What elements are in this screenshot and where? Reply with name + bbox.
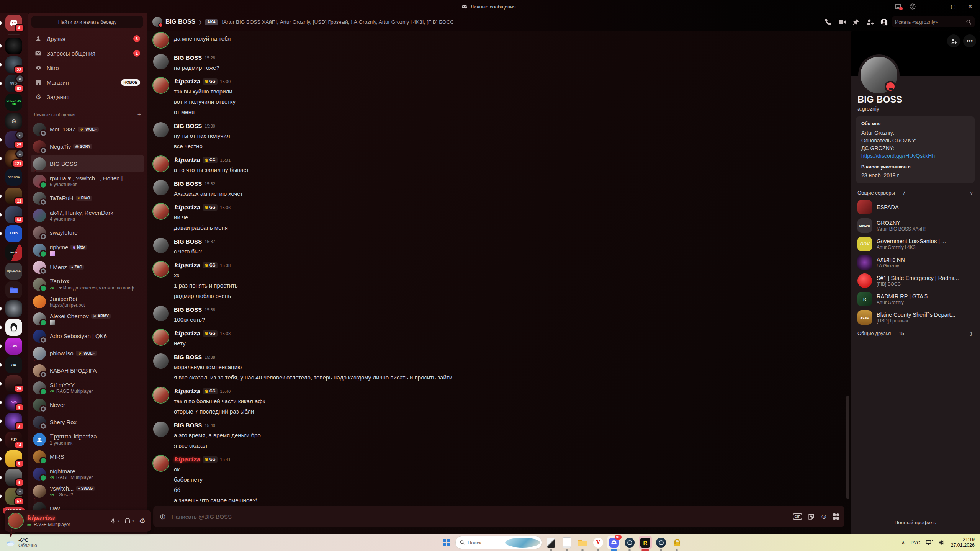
message-author[interactable]: BIG BOSS [174,180,202,188]
mic-chevron-icon[interactable]: ∨ [117,519,120,523]
profile-toggle-icon[interactable] [880,18,888,26]
taskbar-clock[interactable]: 21:19 27.01.2026 [951,537,975,548]
rail-item-casino-server[interactable]: 221 [0,150,28,167]
message-input-bar[interactable]: ⊕ Написать @BIG BOSS GIF ☺ [153,506,844,527]
dm-item[interactable]: BIG BOSS [31,155,144,172]
discord-titlebar[interactable]: Личные сообщения – ▢ ✕ [0,0,980,13]
mutual-server-item[interactable]: GOVGovernment Los-Santos | ...Artur Groz… [854,235,976,253]
mutual-server-item[interactable]: S#1 | State Emergency | Radmi...[FIB] БО… [854,271,976,290]
discord-invite-link[interactable]: https://discord.gg/rHUvQskkHh [861,153,935,159]
help-icon[interactable] [906,1,919,12]
taskbar-app-explorer[interactable] [576,536,589,549]
rail-item-lspd-server[interactable]: LSPD [0,225,28,242]
mutual-server-item[interactable]: Альянс NN! A.Grozniy [854,253,976,271]
mutual-server-item[interactable]: RRADMIR RP | GTA 5Artur Grozniy [854,290,976,308]
message-author[interactable]: kipariza [174,156,200,164]
headphones-button[interactable]: ∨ [123,516,136,526]
inbox-icon[interactable] [892,1,905,12]
search-highlight-image[interactable] [505,538,540,548]
dm-item[interactable]: Alexei Chernov⚔ARMY [31,310,144,327]
user-avatar[interactable] [8,513,23,528]
dm-item[interactable]: Mot_1337⚡WOLF [31,121,144,138]
pin-icon[interactable] [852,18,860,26]
message-avatar[interactable] [153,204,169,219]
voice-call-icon[interactable] [825,18,832,26]
dm-item[interactable]: TaTaRuH♥PIVO [31,190,144,207]
message-avatar[interactable] [153,422,169,437]
video-call-icon[interactable] [838,18,846,26]
attach-plus-icon[interactable]: ⊕ [159,512,167,521]
dm-item[interactable]: Adro Sebostyan | QK6 [31,327,144,345]
message-avatar[interactable] [153,306,169,321]
chat-title[interactable]: BIG BOSS ❯ AKA [152,17,218,27]
message-avatar[interactable] [153,78,169,93]
mutual-server-item[interactable]: BCSDBlaine County Sheriff's Depart...[US… [854,308,976,327]
message-avatar[interactable] [153,156,169,172]
apps-launcher-icon[interactable] [833,513,839,520]
rail-item-rgbae-server[interactable]: R[G,B,A,E [0,263,28,280]
message-author[interactable]: BIG BOSS [174,54,202,62]
message-avatar[interactable] [153,33,169,48]
taskbar-app-notepad[interactable] [560,536,573,549]
dm-item[interactable]: Shery Rox [31,414,144,431]
create-dm-icon[interactable]: + [137,111,141,118]
dm-item[interactable]: ?switch...♦SWAG· Sosal? [31,482,144,500]
settings-gear-icon[interactable]: ⚙ [137,515,147,527]
add-friend-button[interactable] [947,34,960,47]
rail-item-eagle-server[interactable] [0,300,28,317]
taskbar-app-steam-1[interactable] [623,536,636,549]
taskbar-app-discord[interactable]: 9+ [607,536,620,549]
rail-item-ems-server[interactable]: EMS [0,338,28,355]
rail-item-fib-server[interactable]: FIB [0,356,28,373]
dm-item[interactable]: phlow.iso⚡WOLF [31,345,144,362]
dm-item[interactable]: nightmareRAGE Multiplayer [31,465,144,482]
dm-item[interactable]: ak47, Hunky, RevenDark4 участника [31,207,144,224]
close-button[interactable]: ✕ [962,1,978,12]
rail-item-castle-server[interactable]: 11 [0,188,28,204]
chat-search-input[interactable]: Искать «a.grozniy» [892,16,975,27]
full-profile-button[interactable]: Полный профиль [856,516,975,529]
sidebar-item-shop[interactable]: МагазинНОВОЕ [31,75,144,90]
message-author[interactable]: BIG BOSS [174,238,202,245]
rail-item-server-folder[interactable] [0,281,28,298]
sidebar-item-message-requests[interactable]: Запросы общения1 [31,46,144,60]
rail-item-penguin-server[interactable] [0,319,28,336]
mutual-server-item[interactable]: ESPADA [854,198,976,216]
dm-item[interactable]: Never [31,396,144,414]
taskbar-app-lock[interactable] [670,536,683,549]
dm-item[interactable]: гриша ♥ , ?switch..., Holten | ...6 учас… [31,172,144,190]
gif-picker-icon[interactable]: GIF [793,513,802,520]
message-author[interactable]: BIG BOSS [174,306,202,314]
taskbar-app-darktool[interactable] [545,536,558,549]
message-avatar[interactable] [153,456,169,471]
network-icon[interactable] [926,540,933,546]
mutual-servers-row[interactable]: Общие серверы — 7 ∨ [857,190,973,196]
rail-item-moth-server[interactable] [0,38,28,54]
sticker-picker-icon[interactable] [808,513,815,520]
more-options-button[interactable]: ••• [963,34,976,47]
mic-button[interactable]: ∨ [108,516,121,526]
rail-item-discord-home[interactable]: 4 [0,15,28,31]
sidebar-item-nitro[interactable]: Nitro [31,60,144,75]
rail-item-ws-server[interactable]: WS83 [0,75,28,92]
dm-item[interactable]: MIRS [31,448,144,465]
rail-item-landscape-server[interactable]: 67 [0,488,28,505]
rail-item-emblem-server[interactable]: ◎ [0,113,28,129]
dm-item[interactable]: Группа kipariza1 участник [31,431,144,448]
message-author[interactable]: BIG BOSS [174,422,202,429]
rail-item-bw-man-server[interactable]: 8 [0,469,28,486]
rail-item-city-server[interactable]: 64 [0,206,28,223]
dm-item[interactable]: riplyme♞kitty [31,241,144,258]
rail-item-butterfly-server[interactable]: DVD6 [0,394,28,411]
message-author[interactable]: kipariza [174,204,200,211]
search-conversation-button[interactable]: Найти или начать беседу [31,16,143,28]
start-button[interactable] [440,536,453,549]
rail-item-derosa-server[interactable]: DEROSA [0,169,28,186]
weather-widget[interactable]: -6°C Облачно [0,537,90,548]
dm-item[interactable]: JuniperBothttps://juniper.bot [31,293,144,310]
message-input-placeholder[interactable]: Написать @BIG BOSS [172,513,788,520]
chat-scrollbar[interactable] [846,396,849,499]
sidebar-item-quests[interactable]: ⚙Задания [31,90,144,104]
dm-item[interactable]: St1mYYYRAGE Multiplayer [31,379,144,396]
message-author[interactable]: BIG BOSS [174,353,202,361]
